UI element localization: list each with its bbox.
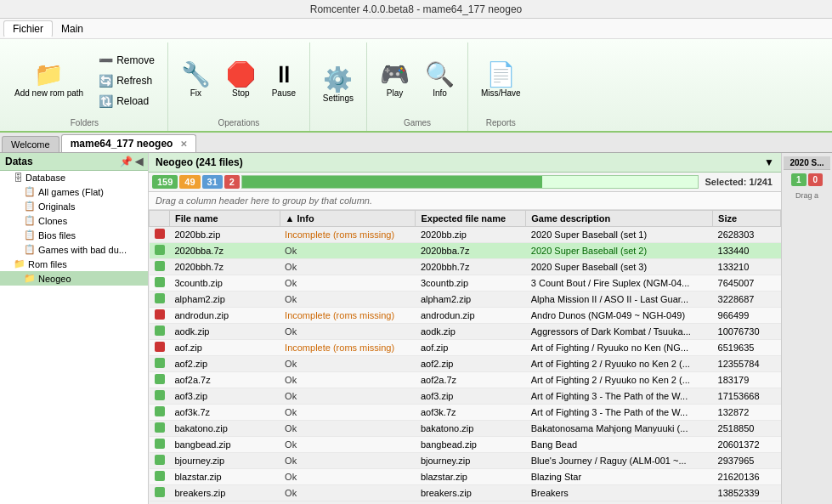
- row-filename: breakers.zip: [170, 485, 280, 501]
- table-row[interactable]: bakatono.zip Ok bakatono.zip Bakatonosam…: [150, 421, 781, 437]
- sidebar-header: Datas 📌 ◀: [0, 153, 148, 171]
- refresh-button[interactable]: 🔄 Refresh: [93, 71, 161, 90]
- row-expected: alpham2.zip: [416, 292, 526, 308]
- tab-close-button[interactable]: ✕: [180, 139, 187, 149]
- reload-button[interactable]: 🔃 Reload: [93, 92, 161, 110]
- row-icon-cell: [150, 388, 170, 405]
- col-info[interactable]: ▲ Info: [280, 211, 416, 227]
- row-description: Bakatonosama Mahjong Manyuuki (...: [526, 421, 713, 437]
- tab-mame64[interactable]: mame64_177 neogeo ✕: [61, 134, 197, 152]
- row-info: Ok: [280, 485, 416, 501]
- right-drag-hint: Drag a: [794, 190, 820, 201]
- play-button[interactable]: 🎮 Play: [374, 59, 416, 102]
- remove-button[interactable]: ➖ Remove: [93, 51, 161, 70]
- row-size: 21620136: [713, 469, 781, 485]
- sidebar-item-games-bad[interactable]: 📋Games with bad du...: [0, 242, 148, 257]
- pause-button[interactable]: ⏸ Pause: [265, 59, 303, 102]
- row-expected: bjourney.zip: [416, 453, 526, 469]
- col-size[interactable]: Size: [713, 211, 781, 227]
- content-header-dropdown[interactable]: ▼: [764, 156, 774, 168]
- row-description: Blazing Star: [526, 469, 713, 485]
- row-expected: androdun.zip: [416, 308, 526, 324]
- miss-have-button[interactable]: 📄 Miss/Have: [475, 59, 527, 102]
- tab-welcome[interactable]: Welcome: [2, 136, 59, 152]
- sidebar-item-database[interactable]: 🗄Database: [0, 171, 148, 184]
- stop-label: Stop: [232, 88, 250, 98]
- row-size: 12355784: [713, 356, 781, 372]
- play-icon: 🎮: [380, 63, 410, 87]
- games-label: Games: [404, 118, 431, 131]
- menu-fichier[interactable]: Fichier: [3, 20, 53, 37]
- table-row[interactable]: aof.zip Incomplete (roms missing) aof.zi…: [150, 340, 781, 356]
- settings-button[interactable]: ⚙️ Settings: [317, 64, 359, 107]
- table-row[interactable]: bangbead.zip Ok bangbead.zip Bang Bead 2…: [150, 437, 781, 453]
- table-row[interactable]: alpham2.zip Ok alpham2.zip Alpha Mission…: [150, 292, 781, 308]
- sidebar-item-bios-files[interactable]: 📋Bios files: [0, 228, 148, 242]
- games-bad-icon: 📋: [24, 244, 36, 255]
- row-filename: 3countb.zip: [170, 275, 280, 292]
- files-table: File name ▲ Info Expected file name Game…: [149, 210, 781, 501]
- add-folder-icon: 📁: [34, 63, 64, 87]
- menu-main[interactable]: Main: [53, 21, 92, 37]
- row-size: 13852339: [713, 485, 781, 501]
- table-row[interactable]: aodk.zip Ok aodk.zip Aggressors of Dark …: [150, 324, 781, 340]
- row-icon-cell: [150, 405, 170, 421]
- table-body: 2020bb.zip Incomplete (roms missing) 202…: [150, 227, 781, 501]
- sidebar-item-rom-files[interactable]: 📁Rom files: [0, 257, 148, 271]
- table-row[interactable]: 2020bb.zip Incomplete (roms missing) 202…: [150, 227, 781, 243]
- folder-small-buttons: ➖ Remove 🔄 Refresh 🔃 Reload: [93, 51, 161, 110]
- ribbon-operations-buttons: 🔧 Fix 🛑 Stop ⏸ Pause: [175, 42, 303, 118]
- col-description[interactable]: Game description: [526, 211, 713, 227]
- row-filename: alpham2.zip: [170, 292, 280, 308]
- stop-button[interactable]: 🛑 Stop: [220, 59, 262, 102]
- reload-icon: 🔃: [99, 94, 113, 108]
- info-button[interactable]: 🔍 Info: [419, 59, 461, 102]
- add-new-rom-button[interactable]: 📁 Add new rom path: [8, 59, 89, 102]
- tab-mame64-label: mame64_177 neogeo: [71, 138, 173, 150]
- row-icon-cell: [150, 372, 170, 388]
- sidebar-item-neogeo[interactable]: 📁Neogeo: [0, 271, 148, 286]
- row-expected: 2020bba.7z: [416, 243, 526, 259]
- col-filename[interactable]: File name: [170, 211, 280, 227]
- fix-button[interactable]: 🔧 Fix: [175, 59, 217, 102]
- row-expected: aof3.zip: [416, 388, 526, 405]
- row-expected: blazstar.zip: [416, 469, 526, 485]
- row-filename: 2020bb.zip: [170, 227, 280, 243]
- row-size: 7645007: [713, 275, 781, 292]
- ribbon-folders-buttons: 📁 Add new rom path ➖ Remove 🔄 Refresh 🔃 …: [8, 42, 161, 118]
- row-size: 132872: [713, 405, 781, 421]
- reload-label: Reload: [116, 95, 149, 107]
- clones-label: Clones: [38, 216, 67, 226]
- table-row[interactable]: androdun.zip Incomplete (roms missing) a…: [150, 308, 781, 324]
- table-row[interactable]: aof3k.7z Ok aof3k.7z Art of Fighting 3 -…: [150, 405, 781, 421]
- data-table[interactable]: File name ▲ Info Expected file name Game…: [149, 210, 781, 504]
- sidebar-item-clones[interactable]: 📋Clones: [0, 213, 148, 228]
- sidebar-collapse-button[interactable]: ◀: [135, 156, 143, 167]
- row-expected: aof3k.7z: [416, 405, 526, 421]
- miss-have-label: Miss/Have: [481, 88, 521, 98]
- table-row[interactable]: aof2a.7z Ok aof2a.7z Art of Fighting 2 /…: [150, 372, 781, 388]
- sidebar-pin-button[interactable]: 📌: [120, 156, 133, 167]
- row-info: Ok: [280, 324, 416, 340]
- table-row[interactable]: 2020bba.7z Ok 2020bba.7z 2020 Super Base…: [150, 243, 781, 259]
- row-description: 2020 Super Baseball (set 1): [526, 227, 713, 243]
- table-row[interactable]: aof3.zip Ok aof3.zip Art of Fighting 3 -…: [150, 388, 781, 405]
- sidebar-item-originals[interactable]: 📋Originals: [0, 199, 148, 213]
- table-row[interactable]: 2020bbh.7z Ok 2020bbh.7z 2020 Super Base…: [150, 259, 781, 275]
- col-expected[interactable]: Expected file name: [416, 211, 526, 227]
- row-size: 6519635: [713, 340, 781, 356]
- row-expected: aof.zip: [416, 340, 526, 356]
- stat-red-badge: 2: [224, 175, 240, 189]
- col-icon[interactable]: [150, 211, 170, 227]
- sidebar-item-all-games[interactable]: 📋All games (Flat): [0, 184, 148, 199]
- row-icon-cell: [150, 324, 170, 340]
- settings-label: Settings: [323, 93, 354, 103]
- row-filename: bangbead.zip: [170, 437, 280, 453]
- folders-label: Folders: [71, 118, 99, 131]
- table-row[interactable]: breakers.zip Ok breakers.zip Breakers 13…: [150, 485, 781, 501]
- table-row[interactable]: bjourney.zip Ok bjourney.zip Blue's Jour…: [150, 453, 781, 469]
- table-row[interactable]: 3countb.zip Ok 3countb.zip 3 Count Bout …: [150, 275, 781, 292]
- table-row[interactable]: aof2.zip Ok aof2.zip Art of Fighting 2 /…: [150, 356, 781, 372]
- table-row[interactable]: blazstar.zip Ok blazstar.zip Blazing Sta…: [150, 469, 781, 485]
- row-icon-cell: [150, 259, 170, 275]
